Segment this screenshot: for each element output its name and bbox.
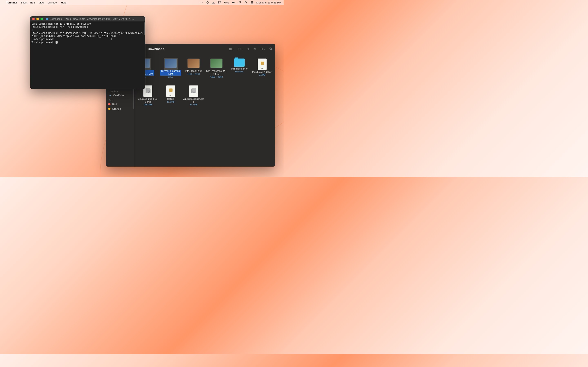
battery-icon[interactable] <box>232 1 235 4</box>
file-name: 20230311_092508.MP4 <box>160 70 181 76</box>
file-item[interactable]: winzipmacedition.dmg37.2 MB <box>182 84 205 110</box>
maximize-button[interactable] <box>40 18 43 20</box>
svg-line-7 <box>246 3 247 4</box>
search-icon[interactable] <box>269 47 272 50</box>
cloud-icon: ☁ <box>108 94 112 97</box>
file-meta: 18.5 MB <box>167 101 174 103</box>
sidebar-tag-orange[interactable]: Orange <box>106 106 135 111</box>
file-item[interactable]: test.zip18.5 MB <box>159 84 182 110</box>
zip-thumb-icon <box>258 58 267 70</box>
menu-help[interactable]: Help <box>61 1 67 4</box>
terminal-title-text: Downloads — zip -er NewZip.zip ~/Downloa… <box>50 17 134 20</box>
menu-edit[interactable]: Edit <box>30 1 35 4</box>
sidebar-section-tags: Tags <box>106 98 135 102</box>
file-meta: 01:33 <box>168 76 173 78</box>
file-item[interactable]: Paintbrush-2.6.0.zip5.5 MB <box>251 57 274 83</box>
file-name: test.zip <box>167 98 174 100</box>
file-name: IMG_20230306_151709.jpg <box>206 70 227 76</box>
sidebar-section-locations: Locations <box>106 89 135 93</box>
file-name: Gnucash-Intel-4.13-2.dmg <box>137 98 158 103</box>
file-meta: 4,032 × 2,268 <box>187 73 200 75</box>
svg-point-9 <box>251 2 251 2</box>
view-icon-grid-icon[interactable]: ▦ ⌄ <box>229 47 234 51</box>
minimize-button[interactable] <box>36 18 39 20</box>
jpg-thumb-icon <box>210 58 223 68</box>
file-meta: 4,032 × 2,268 <box>210 76 223 78</box>
file-name: Paintbrush-2.6.0.zip <box>252 71 272 74</box>
more-icon[interactable]: ⊙ ⌄ <box>260 47 265 51</box>
zip-thumb-icon <box>166 85 175 97</box>
menubar: Terminal Shell Edit View Window Help ☁ 7… <box>0 0 284 5</box>
menu-window[interactable]: Window <box>48 1 57 4</box>
key-icon <box>56 41 58 44</box>
tag-dot-red <box>108 103 111 105</box>
finder-toolbar: ‹ › Downloads ▦ ⌄ ☷ ⌄ ⇧ ◇ ⊙ ⌄ <box>135 44 275 54</box>
wifi-icon[interactable] <box>238 1 241 4</box>
cloud-icon[interactable]: ☁ <box>212 1 215 4</box>
svg-rect-4 <box>232 2 234 3</box>
video-thumb-icon <box>164 58 177 68</box>
dmg-thumb-icon <box>189 85 198 97</box>
sidebar-tag-red[interactable]: Red <box>106 102 135 106</box>
svg-point-11 <box>252 3 253 3</box>
file-meta: 5.5 MB <box>259 74 265 76</box>
sidebar-item-onedrive[interactable]: ☁OneDrive <box>106 93 135 98</box>
heic-thumb-icon <box>187 58 200 68</box>
control-center-icon[interactable] <box>250 1 254 4</box>
tag-icon[interactable]: ◇ <box>254 47 256 51</box>
terminal-scrollbar[interactable] <box>144 22 145 35</box>
sidebar-scrollbar[interactable] <box>133 89 134 109</box>
svg-rect-5 <box>234 2 235 3</box>
eye-icon[interactable] <box>200 1 203 4</box>
folder-thumb-icon <box>234 58 245 67</box>
share-icon[interactable]: ⇧ <box>247 47 250 51</box>
file-name: Paintbrush-2.6.0 <box>231 67 248 70</box>
file-item[interactable]: IMG_20230306_151709.jpg4,032 × 2,268 <box>205 57 228 83</box>
menubar-datetime[interactable]: Mon Mar 13 5:56 PM <box>256 1 281 4</box>
file-meta: 188.4 MB <box>144 104 152 106</box>
svg-line-13 <box>271 49 272 50</box>
file-meta: 37.2 MB <box>190 104 197 106</box>
svg-point-0 <box>206 1 208 4</box>
finder-content[interactable]: …311_09545….MP407:1720230311_092508.MP40… <box>135 54 275 167</box>
stage-manager-icon[interactable] <box>218 1 221 4</box>
file-name: winzipmacedition.dmg <box>183 98 204 103</box>
file-item[interactable]: 20230311_092508.MP401:33 <box>159 57 182 83</box>
menu-view[interactable]: View <box>39 1 44 4</box>
battery-percent[interactable]: 70% <box>224 1 229 4</box>
tag-dot-orange <box>108 108 111 110</box>
terminal-titlebar[interactable]: Downloads — zip -er NewZip.zip ~/Downloa… <box>30 16 145 22</box>
svg-point-6 <box>245 1 246 3</box>
terminal-window: Downloads — zip -er NewZip.zip ~/Downloa… <box>30 16 145 89</box>
sync-icon[interactable] <box>206 1 209 4</box>
file-item[interactable]: Paintbrush-2.6.0No items <box>228 57 251 83</box>
file-name: IMG_1705.HEIC <box>185 70 202 73</box>
file-item[interactable]: IMG_1705.HEIC4,032 × 2,268 <box>182 57 205 83</box>
menubar-app-name[interactable]: Terminal <box>6 1 17 4</box>
folder-icon <box>46 18 48 20</box>
terminal-body[interactable]: Last login: Mon Mar 13 17:54:52 on ttys0… <box>30 22 145 45</box>
close-button[interactable] <box>32 18 35 20</box>
group-by-icon[interactable]: ☷ ⌄ <box>238 47 243 51</box>
finder-title: Downloads <box>148 47 164 50</box>
file-meta: No items <box>235 71 243 73</box>
svg-point-12 <box>270 48 272 50</box>
search-icon[interactable] <box>244 1 247 4</box>
menu-shell[interactable]: Shell <box>21 1 26 4</box>
